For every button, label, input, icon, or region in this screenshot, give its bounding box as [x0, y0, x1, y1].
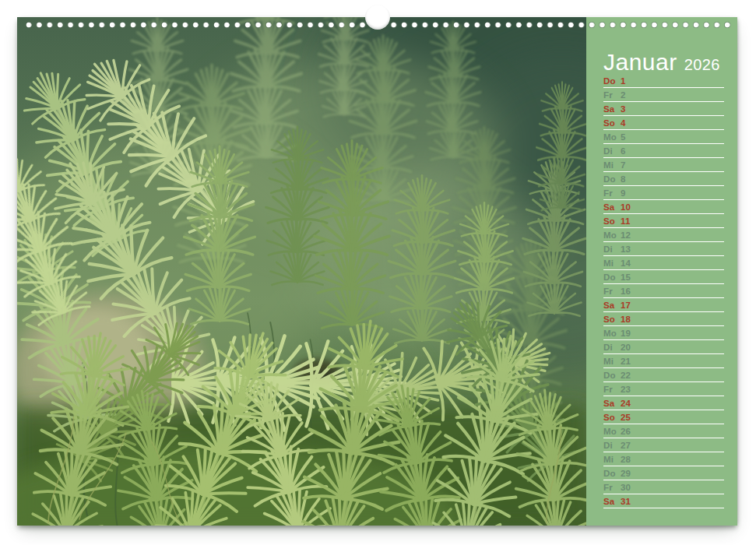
day-row: So 11 — [603, 214, 724, 228]
day-number: 11 — [621, 217, 631, 227]
cover-photo — [17, 17, 586, 526]
day-number: 4 — [621, 119, 626, 128]
day-weekday: Fr — [603, 483, 621, 493]
day-list: Do 1 Fr 2 Sa 3 So 4 Mo 5 Di 6 — [603, 74, 724, 508]
day-row: Mi 7 — [603, 158, 724, 172]
day-number: 17 — [621, 301, 631, 311]
day-number: 5 — [621, 133, 626, 142]
day-number: 7 — [621, 161, 626, 171]
day-row: Fr 9 — [603, 186, 724, 200]
day-number: 23 — [621, 385, 631, 395]
day-weekday: Sa — [603, 498, 621, 507]
day-number: 1 — [621, 77, 626, 86]
day-row: Do 15 — [603, 270, 724, 284]
day-weekday: Mi — [603, 259, 621, 269]
day-row: Sa 10 — [603, 200, 724, 214]
day-weekday: Mo — [603, 329, 621, 339]
day-number: 29 — [621, 469, 631, 479]
day-weekday: So — [603, 119, 621, 128]
day-number: 26 — [621, 427, 631, 437]
day-number: 22 — [621, 371, 631, 381]
day-row: Fr 2 — [603, 88, 724, 102]
day-row: Fr 23 — [603, 382, 724, 396]
day-weekday: So — [603, 315, 621, 325]
day-weekday: Fr — [603, 287, 621, 297]
day-weekday: Sa — [603, 203, 621, 213]
day-row: Sa 17 — [603, 298, 724, 312]
day-weekday: Sa — [603, 105, 621, 114]
day-weekday: Di — [603, 147, 621, 156]
day-row: So 18 — [603, 312, 724, 326]
day-number: 27 — [621, 441, 631, 451]
day-number: 25 — [621, 413, 631, 423]
day-row: Mo 12 — [603, 228, 724, 242]
day-number: 19 — [621, 329, 631, 339]
day-weekday: Di — [603, 245, 621, 255]
day-row: Do 1 — [603, 74, 724, 88]
day-row: Mi 28 — [603, 452, 724, 466]
day-weekday: Do — [603, 371, 621, 381]
day-row: Mi 14 — [603, 256, 724, 270]
day-row: So 25 — [603, 410, 724, 424]
day-weekday: Di — [603, 441, 621, 451]
day-weekday: Mi — [603, 357, 621, 367]
day-weekday: Do — [603, 469, 621, 479]
day-number: 8 — [621, 175, 626, 185]
day-row: Di 6 — [603, 144, 724, 158]
day-weekday: Mo — [603, 427, 621, 437]
day-number: 13 — [621, 245, 631, 255]
day-row: Do 8 — [603, 172, 724, 186]
day-number: 18 — [621, 315, 631, 325]
day-weekday: So — [603, 413, 621, 423]
day-weekday: Do — [603, 175, 621, 185]
day-number: 31 — [621, 498, 631, 507]
day-row: Mo 5 — [603, 130, 724, 144]
day-number: 6 — [621, 147, 626, 156]
day-weekday: Mi — [603, 161, 621, 171]
day-number: 20 — [621, 343, 631, 353]
day-row: Sa 24 — [603, 396, 724, 410]
date-panel: Januar2026 Do 1 Fr 2 Sa 3 So 4 Mo 5 — [586, 17, 737, 526]
day-row: Fr 30 — [603, 480, 724, 494]
day-number: 3 — [621, 105, 626, 114]
day-number: 16 — [621, 287, 631, 297]
day-weekday: Fr — [603, 91, 621, 100]
day-row: Sa 31 — [603, 494, 724, 508]
hanger-notch — [365, 5, 390, 30]
day-row: Di 27 — [603, 438, 724, 452]
day-weekday: Mo — [603, 133, 621, 142]
day-row: Mo 19 — [603, 326, 724, 340]
day-weekday: Do — [603, 77, 621, 86]
day-weekday: So — [603, 217, 621, 227]
day-number: 10 — [621, 203, 631, 213]
day-weekday: Mi — [603, 455, 621, 465]
month-title: Januar2026 — [603, 50, 720, 77]
day-weekday: Mo — [603, 231, 621, 241]
calendar-page: Januar2026 Do 1 Fr 2 Sa 3 So 4 Mo 5 — [17, 17, 737, 526]
day-number: 14 — [621, 259, 631, 269]
day-weekday: Sa — [603, 301, 621, 311]
day-number: 24 — [621, 399, 631, 409]
day-number: 9 — [621, 189, 626, 199]
day-row: Di 20 — [603, 340, 724, 354]
day-row: Di 13 — [603, 242, 724, 256]
day-number: 15 — [621, 273, 631, 283]
day-weekday: Fr — [603, 189, 621, 199]
day-number: 2 — [621, 91, 626, 100]
day-number: 12 — [621, 231, 631, 241]
product-backdrop: Januar2026 Do 1 Fr 2 Sa 3 So 4 Mo 5 — [0, 0, 756, 545]
day-row: Sa 3 — [603, 102, 724, 116]
year-label: 2026 — [684, 56, 720, 73]
day-weekday: Di — [603, 343, 621, 353]
day-row: Do 22 — [603, 368, 724, 382]
day-number: 21 — [621, 357, 631, 367]
month-label: Januar — [603, 49, 677, 75]
day-row: Mo 26 — [603, 424, 724, 438]
day-weekday: Sa — [603, 399, 621, 409]
day-weekday: Fr — [603, 385, 621, 395]
day-row: Mi 21 — [603, 354, 724, 368]
day-number: 28 — [621, 455, 631, 465]
day-number: 30 — [621, 483, 631, 493]
day-row: Do 29 — [603, 466, 724, 480]
day-row: So 4 — [603, 116, 724, 130]
